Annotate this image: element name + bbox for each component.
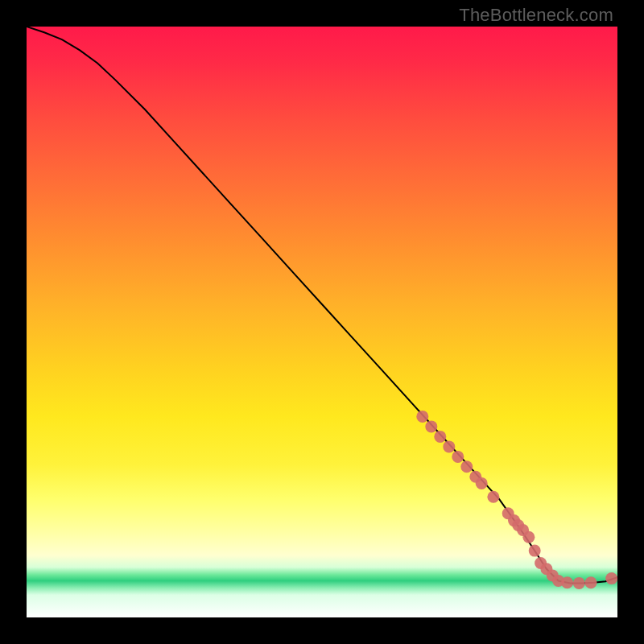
highlight-point xyxy=(585,576,597,588)
highlight-point xyxy=(573,577,585,589)
main-curve xyxy=(27,27,617,583)
highlight-point xyxy=(443,440,455,452)
highlight-point xyxy=(529,545,541,557)
highlight-scatter xyxy=(416,411,617,589)
highlight-point xyxy=(416,411,428,423)
highlight-point xyxy=(425,420,437,432)
highlight-point xyxy=(476,477,488,489)
watermark-text: TheBottleneck.com xyxy=(459,5,613,26)
highlight-point xyxy=(605,572,617,584)
highlight-point xyxy=(522,531,535,543)
chart-svg xyxy=(27,27,617,617)
plot-area xyxy=(27,27,617,617)
highlight-point xyxy=(434,431,446,443)
highlight-point xyxy=(460,460,473,473)
highlight-point xyxy=(452,451,464,463)
highlight-point xyxy=(487,491,499,503)
chart-stage: TheBottleneck.com xyxy=(0,0,644,644)
highlight-point xyxy=(561,576,573,588)
